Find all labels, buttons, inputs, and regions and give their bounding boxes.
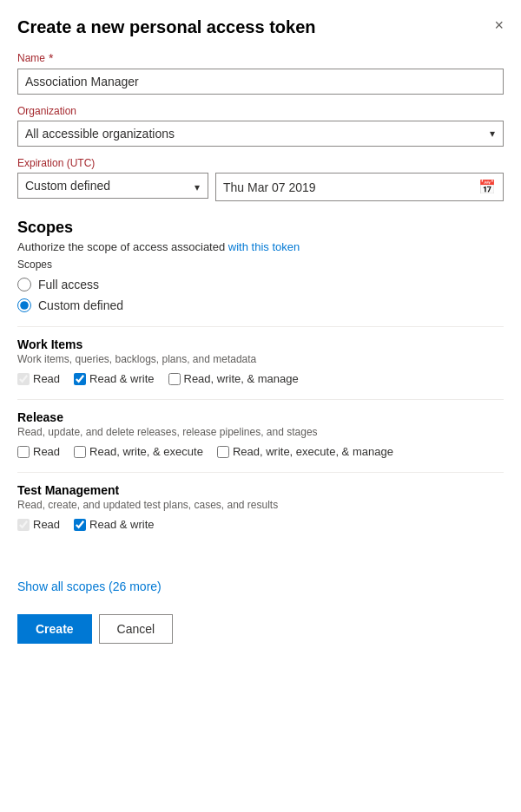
- name-label: Name: [17, 52, 45, 64]
- name-required-star: *: [49, 51, 53, 65]
- divider-3: [17, 472, 504, 473]
- work-items-readwrite-item: Read & write: [74, 372, 154, 385]
- create-button[interactable]: Create: [17, 614, 92, 644]
- date-input-wrapper: 📅: [215, 173, 504, 201]
- test-mgmt-section: Test Management Read, create, and update…: [17, 483, 504, 531]
- test-read-checkbox[interactable]: [17, 519, 30, 531]
- radio-full-access-item[interactable]: Full access: [17, 278, 504, 291]
- work-items-title: Work Items: [17, 337, 504, 351]
- expiration-field-group: Expiration (UTC) Custom defined 30 days …: [17, 157, 504, 201]
- release-title: Release: [17, 410, 504, 424]
- expiration-select-wrapper: Custom defined 30 days 60 days 90 days ▾: [17, 173, 208, 201]
- radio-full-access-label: Full access: [38, 278, 99, 291]
- org-field-group: Organization All accessible organization…: [17, 105, 504, 147]
- radio-custom[interactable]: [17, 298, 31, 312]
- release-read-item: Read: [17, 445, 60, 458]
- dialog-header: Create a new personal access token ×: [17, 17, 504, 37]
- release-checkbox-row: Read Read, write, & execute Read, write,…: [17, 445, 504, 458]
- org-label-row: Organization: [17, 105, 504, 117]
- scopes-radio-group: Full access Custom defined: [17, 278, 504, 312]
- radio-custom-item[interactable]: Custom defined: [17, 298, 504, 312]
- work-items-manage-label: Read, write, & manage: [184, 372, 299, 385]
- close-button[interactable]: ×: [494, 17, 504, 33]
- test-mgmt-title: Test Management: [17, 483, 504, 497]
- scopes-desc-text: Authorize the scope of access associated: [17, 240, 228, 253]
- expiration-label: Expiration (UTC): [17, 157, 95, 169]
- test-mgmt-checkbox-row: Read Read & write: [17, 518, 504, 531]
- release-desc: Read, update, and delete releases, relea…: [17, 426, 504, 438]
- org-select-wrapper: All accessible organizations ▾: [17, 121, 504, 147]
- org-select[interactable]: All accessible organizations: [17, 121, 504, 147]
- radio-full-access[interactable]: [17, 278, 31, 291]
- release-manage-label: Read, write, execute, & manage: [233, 445, 393, 458]
- release-manage-item: Read, write, execute, & manage: [217, 445, 393, 458]
- test-readwrite-checkbox[interactable]: [74, 519, 86, 531]
- test-mgmt-desc: Read, create, and updated test plans, ca…: [17, 499, 504, 511]
- release-readwrite-label: Read, write, & execute: [89, 445, 203, 458]
- radio-custom-label: Custom defined: [38, 298, 123, 312]
- work-items-manage-checkbox[interactable]: [168, 373, 181, 385]
- calendar-icon: 📅: [478, 179, 496, 195]
- test-read-item: Read: [17, 518, 60, 531]
- test-readwrite-item: Read & write: [74, 518, 154, 531]
- release-manage-checkbox[interactable]: [217, 446, 229, 458]
- work-items-checkbox-row: Read Read & write Read, write, & manage: [17, 372, 504, 385]
- work-items-manage-item: Read, write, & manage: [168, 372, 299, 385]
- name-input[interactable]: [17, 69, 504, 95]
- work-items-readwrite-label: Read & write: [89, 372, 154, 385]
- divider-2: [17, 399, 504, 400]
- org-label: Organization: [17, 105, 76, 117]
- cancel-button[interactable]: Cancel: [99, 614, 174, 644]
- test-readwrite-label: Read & write: [89, 518, 154, 531]
- date-input[interactable]: [223, 180, 478, 194]
- expiration-select[interactable]: Custom defined 30 days 60 days 90 days: [17, 173, 208, 199]
- release-read-label: Read: [33, 445, 60, 458]
- button-row: Create Cancel: [17, 614, 504, 644]
- work-items-read-item: Read: [17, 372, 60, 385]
- release-section: Release Read, update, and delete release…: [17, 410, 504, 458]
- test-read-label: Read: [33, 518, 60, 531]
- scopes-desc: Authorize the scope of access associated…: [17, 240, 504, 253]
- dialog: Create a new personal access token × Nam…: [0, 0, 521, 661]
- name-field-group: Name *: [17, 51, 504, 105]
- scopes-desc-link[interactable]: with this token: [228, 240, 300, 253]
- work-items-desc: Work items, queries, backlogs, plans, an…: [17, 353, 504, 365]
- scopes-heading: Scopes: [17, 219, 504, 237]
- dialog-title: Create a new personal access token: [17, 17, 316, 37]
- release-readwrite-checkbox[interactable]: [74, 446, 86, 458]
- release-readwrite-item: Read, write, & execute: [74, 445, 203, 458]
- work-items-read-checkbox[interactable]: [17, 373, 30, 385]
- scopes-sub-label: Scopes: [17, 259, 504, 271]
- release-read-checkbox[interactable]: [17, 446, 30, 458]
- work-items-readwrite-checkbox[interactable]: [74, 373, 86, 385]
- show-all-scopes-link[interactable]: Show all scopes (26 more): [17, 580, 162, 593]
- name-label-row: Name *: [17, 51, 504, 65]
- work-items-read-label: Read: [33, 372, 60, 385]
- work-items-section: Work Items Work items, queries, backlogs…: [17, 337, 504, 385]
- expiration-row: Custom defined 30 days 60 days 90 days ▾…: [17, 173, 504, 201]
- divider-1: [17, 326, 504, 327]
- expiration-label-row: Expiration (UTC): [17, 157, 504, 169]
